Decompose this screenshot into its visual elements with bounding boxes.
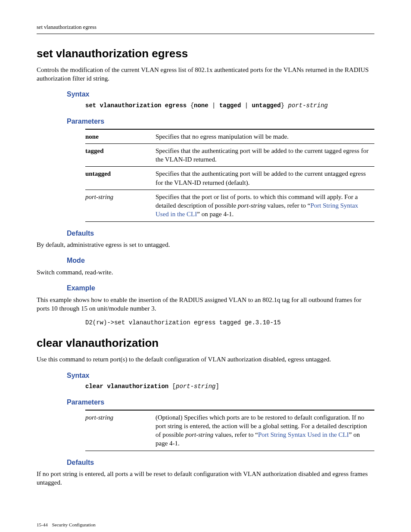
parameters-heading: Parameters (67, 117, 374, 126)
param-name: port-string (85, 190, 156, 221)
desc-italic: port-string (238, 202, 266, 209)
example-text: This example shows how to enable the ins… (37, 296, 374, 313)
table-row: none Specifies that no egress manipulati… (85, 129, 374, 144)
param-name-italic: port-string (85, 414, 113, 421)
param-name: none (85, 129, 156, 144)
syntax-opt: untagged (252, 102, 281, 109)
param-desc: Specifies that no egress manipulation wi… (156, 129, 374, 144)
param-desc: Specifies that the port or list of ports… (156, 190, 374, 221)
syntax-heading: Syntax (67, 90, 374, 99)
example-heading: Example (67, 283, 374, 293)
table-row: untagged Specifies that the authenticati… (85, 167, 374, 190)
param-desc: Specifies that the authenticating port w… (156, 167, 374, 190)
syntax-cmd: clear vlanauthorization (85, 383, 168, 390)
syntax-cmd: set vlanauthorization egress (85, 102, 187, 109)
table-row: tagged Specifies that the authenticating… (85, 143, 374, 167)
page-footer: 15-44Security Configuration (37, 522, 374, 528)
footer-label: Security Configuration (52, 522, 96, 527)
syntax-arg: port-string (176, 383, 215, 390)
intro-paragraph: Controls the modification of the current… (37, 65, 374, 83)
defaults-text: If no port string is entered, all ports … (37, 470, 374, 487)
syntax-opt: tagged (219, 102, 241, 109)
mode-text: Switch command, read-write. (37, 268, 374, 277)
syntax-arg: port-string (288, 102, 328, 109)
param-name-italic: port-string (85, 193, 113, 200)
param-desc: (Optional) Specifies which ports are to … (156, 410, 374, 451)
param-name: tagged (85, 143, 156, 167)
example-cli: D2(rw)->set vlanauthorization egress tag… (85, 319, 374, 327)
parameters-heading: Parameters (67, 398, 374, 407)
desc-text: ” on page 4-1. (197, 211, 234, 218)
desc-text: values, refer to “ (213, 431, 258, 438)
defaults-heading: Defaults (67, 458, 374, 467)
param-name: port-string (85, 410, 156, 451)
mode-heading: Mode (67, 256, 374, 265)
running-header: set vlanauthorization egress (37, 24, 374, 34)
param-name: untagged (85, 167, 156, 190)
param-desc: Specifies that the authenticating port w… (156, 143, 374, 167)
desc-italic: port-string (185, 431, 213, 438)
defaults-text: By default, administrative egress is set… (37, 240, 374, 249)
command-title: set vlanauthorization egress (37, 46, 374, 61)
syntax-heading: Syntax (67, 371, 374, 380)
table-row: port-string Specifies that the port or l… (85, 190, 374, 221)
intro-paragraph: Use this command to return port(s) to th… (37, 355, 374, 364)
syntax-opt: none (194, 102, 209, 109)
defaults-heading: Defaults (67, 229, 374, 238)
command-title: clear vlanauthorization (37, 336, 374, 351)
table-row: port-string (Optional) Specifies which p… (85, 410, 374, 451)
page-number: 15-44 (37, 522, 48, 527)
xref-link[interactable]: Port String Syntax Used in the CLI (258, 431, 349, 438)
desc-text: values, refer to “ (266, 202, 311, 209)
parameters-table: none Specifies that no egress manipulati… (85, 129, 374, 222)
syntax-block: set vlanauthorization egress {none | tag… (85, 102, 374, 110)
syntax-block: clear vlanauthorization [port-string] (85, 383, 374, 391)
parameters-table: port-string (Optional) Specifies which p… (85, 410, 374, 451)
